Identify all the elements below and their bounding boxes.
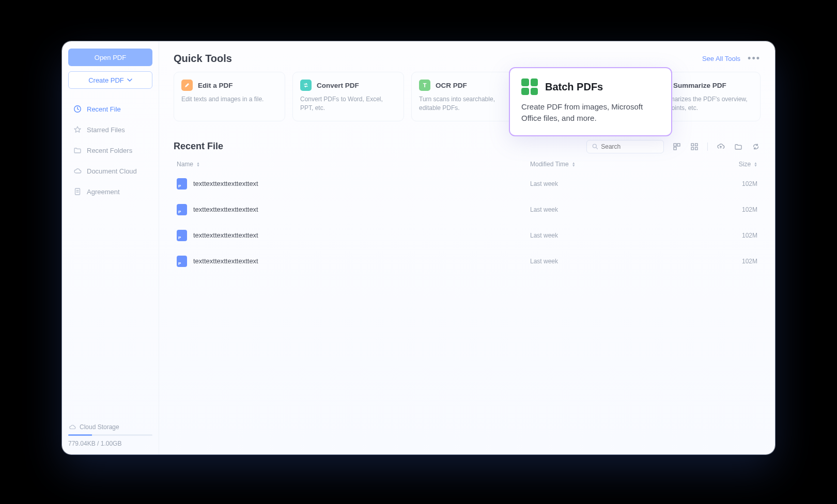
- popover-title: Batch PDFs: [545, 81, 603, 93]
- table-columns: Name ▲▼ Modified Time ▲▼ Size ▲▼: [174, 153, 761, 171]
- search-input-wrapper[interactable]: [586, 140, 664, 153]
- pdf-file-icon: P: [177, 256, 187, 267]
- table-body: P texttexttexttexttexttext Last week 102…: [174, 171, 761, 274]
- document-icon: [73, 187, 82, 196]
- pdf-file-icon: P: [177, 230, 187, 241]
- batch-pdfs-popover: Batch PDFs Create PDF from images, Micro…: [509, 67, 672, 136]
- view-list-icon[interactable]: [672, 142, 681, 151]
- svg-rect-11: [695, 144, 698, 146]
- sidebar-item-document-cloud[interactable]: Document Cloud: [68, 162, 152, 180]
- file-size: 102M: [685, 232, 757, 239]
- file-size: 102M: [685, 180, 757, 187]
- cloud-icon: [73, 167, 82, 175]
- sort-icon: ▲▼: [196, 162, 200, 167]
- chevron-down-icon: [127, 77, 132, 83]
- storage-text: 779.04KB / 1.00GB: [68, 440, 152, 447]
- file-modified: Last week: [530, 258, 685, 265]
- batch-grid-icon: [521, 78, 538, 95]
- folder-icon: [73, 146, 82, 154]
- storage-progress: [68, 434, 152, 436]
- svg-rect-10: [691, 144, 694, 146]
- file-modified: Last week: [530, 232, 685, 239]
- pdf-file-icon: P: [177, 204, 187, 215]
- create-pdf-label: Create PDF: [88, 76, 124, 84]
- quick-tools-header: Quick Tools See All Tools •••: [174, 53, 761, 65]
- column-size[interactable]: Size ▲▼: [685, 161, 757, 168]
- file-size: 102M: [685, 206, 757, 213]
- file-modified: Last week: [530, 206, 685, 213]
- column-modified[interactable]: Modified Time ▲▼: [530, 161, 685, 168]
- sidebar-item-label: Recent Folders: [87, 147, 132, 154]
- svg-rect-7: [674, 144, 676, 146]
- clock-icon: [73, 105, 82, 113]
- sort-icon: ▲▼: [572, 162, 576, 167]
- table-row[interactable]: P texttexttexttexttexttext Last week 102…: [174, 197, 761, 223]
- svg-rect-13: [695, 147, 698, 150]
- file-name: texttexttexttexttexttext: [193, 206, 258, 213]
- tool-title: Edit a PDF: [198, 82, 233, 89]
- recent-file-header: Recent File: [174, 140, 761, 153]
- recent-file-title: Recent File: [174, 141, 223, 152]
- cloud-storage-label: Cloud Storage: [80, 423, 119, 431]
- recent-toolbar: [586, 140, 761, 153]
- sidebar: Open PDF Create PDF Recent File Starred …: [62, 41, 159, 454]
- cloud-storage-section: Cloud Storage 779.04KB / 1.00GB: [68, 423, 152, 447]
- quick-tools-grid: Edit a PDF Edit texts and images in a fi…: [174, 72, 761, 121]
- create-pdf-button[interactable]: Create PDF: [68, 71, 152, 89]
- sidebar-item-label: Document Cloud: [87, 167, 137, 175]
- column-name[interactable]: Name ▲▼: [177, 161, 530, 168]
- file-name: texttexttexttexttexttext: [193, 231, 258, 239]
- main-content: Quick Tools See All Tools ••• Edit a PDF…: [159, 41, 775, 454]
- star-icon: [73, 125, 82, 134]
- pdf-file-icon: P: [177, 178, 187, 190]
- sort-icon: ▲▼: [754, 162, 757, 167]
- tool-desc: Turn scans into searchable, editable PDF…: [419, 95, 515, 113]
- tool-title: Convert PDF: [317, 82, 359, 89]
- tool-desc: Convert PDFs to Word, Excel, PPT, etc.: [300, 95, 396, 113]
- table-row[interactable]: P texttexttexttexttexttext Last week 102…: [174, 223, 761, 248]
- open-folder-icon[interactable]: [734, 142, 743, 151]
- convert-icon: [300, 80, 312, 91]
- refresh-icon[interactable]: [751, 142, 761, 151]
- table-row[interactable]: P texttexttexttexttexttext Last week 102…: [174, 171, 761, 197]
- tool-card-convert-pdf[interactable]: Convert PDF Convert PDFs to Word, Excel,…: [292, 72, 404, 121]
- sidebar-item-recent-file[interactable]: Recent File: [68, 100, 152, 118]
- svg-rect-1: [75, 188, 80, 195]
- sidebar-nav: Recent File Starred Files Recent Folders…: [68, 100, 152, 200]
- tool-title: Summarize PDF: [673, 82, 726, 89]
- sidebar-item-label: Agreement: [87, 188, 120, 196]
- tool-title: OCR PDF: [436, 82, 467, 89]
- svg-rect-12: [691, 147, 694, 150]
- open-pdf-button[interactable]: Open PDF: [68, 49, 152, 66]
- svg-rect-9: [674, 147, 676, 150]
- sidebar-item-recent-folders[interactable]: Recent Folders: [68, 141, 152, 159]
- search-icon: [592, 143, 598, 150]
- upload-icon[interactable]: [716, 142, 725, 151]
- file-name: texttexttexttexttexttext: [193, 180, 258, 187]
- file-modified: Last week: [530, 180, 685, 187]
- divider: [707, 143, 708, 151]
- tool-card-edit-pdf[interactable]: Edit a PDF Edit texts and images in a fi…: [174, 72, 285, 121]
- quick-tools-title: Quick Tools: [174, 53, 232, 65]
- see-all-tools-link[interactable]: See All Tools: [702, 55, 740, 62]
- tool-card-ocr-pdf[interactable]: T OCR PDF Turn scans into searchable, ed…: [411, 72, 523, 121]
- view-grid-icon[interactable]: [690, 142, 699, 151]
- sidebar-item-label: Recent File: [87, 105, 121, 113]
- ocr-icon: T: [419, 80, 430, 91]
- svg-rect-8: [677, 144, 680, 146]
- search-input[interactable]: [601, 143, 658, 150]
- popover-desc: Create PDF from images, Microsoft Office…: [521, 101, 660, 124]
- sidebar-item-label: Starred Files: [87, 126, 125, 134]
- table-row[interactable]: P texttexttexttexttexttext Last week 102…: [174, 248, 761, 274]
- cloud-icon: [68, 423, 76, 431]
- file-name: texttexttexttexttexttext: [193, 257, 258, 265]
- sidebar-item-starred[interactable]: Starred Files: [68, 121, 152, 138]
- edit-icon: [181, 80, 193, 91]
- tool-desc: Edit texts and images in a file.: [181, 95, 277, 104]
- file-size: 102M: [685, 258, 757, 265]
- svg-point-6: [593, 144, 596, 148]
- sidebar-item-agreement[interactable]: Agreement: [68, 183, 152, 200]
- more-icon[interactable]: •••: [748, 53, 761, 64]
